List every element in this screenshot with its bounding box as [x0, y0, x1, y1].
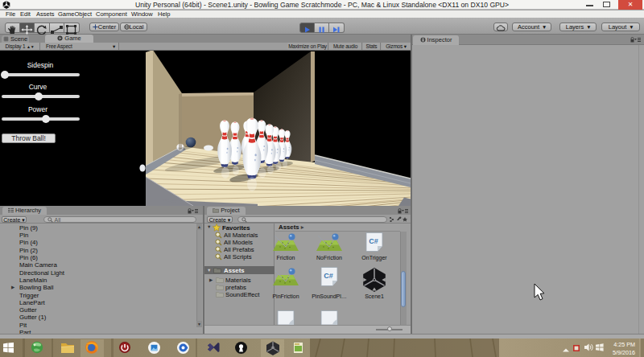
svg-text:5/9/2016: 5/9/2016	[613, 349, 635, 356]
svg-text:4:25 PM: 4:25 PM	[613, 341, 635, 348]
svg-text:C#: C#	[324, 272, 333, 280]
svg-text:C#: C#	[369, 237, 378, 245]
